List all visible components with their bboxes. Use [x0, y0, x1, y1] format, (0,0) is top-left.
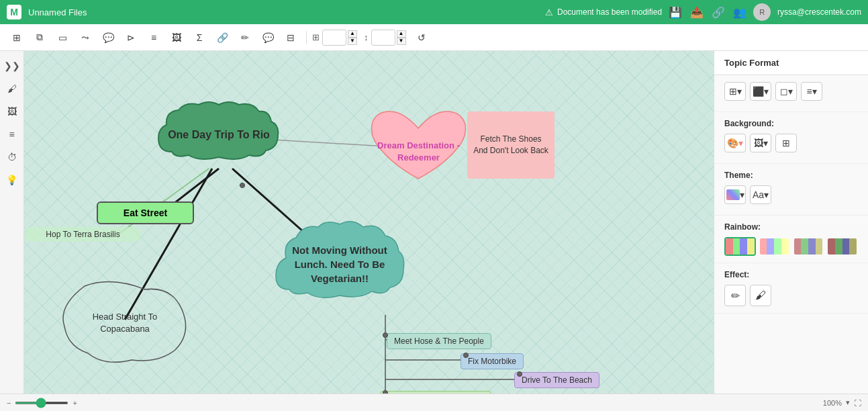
head-straight-text: Head Straight To Copacabana [58, 291, 192, 355]
dot-fix [463, 353, 469, 358]
modified-icon: ⚠ [545, 7, 553, 17]
toolbar-btn-image[interactable]: 🖼 [166, 28, 187, 48]
top-bar-icons: 💾 📤 🔗 👥 [669, 6, 746, 19]
clock-btn[interactable]: ⏱ [3, 148, 21, 167]
eat-street-node[interactable]: Eat Street [97, 201, 194, 224]
meet-hose-node[interactable]: Meet Hose & The People [387, 333, 491, 349]
rainbow-option-4[interactable] [826, 237, 858, 256]
paint-btn[interactable]: 🖌 [3, 79, 21, 98]
fix-motorbike-node[interactable]: Fix Motorbike [461, 353, 524, 369]
width-up[interactable]: ▲ [348, 30, 357, 38]
refresh-button[interactable]: ↺ [412, 28, 432, 48]
font-btn[interactable]: Aa▾ [750, 185, 771, 204]
toolbar-btn-comment[interactable]: 💬 [258, 28, 278, 48]
zoom-percent: 100% [823, 399, 842, 407]
sidebar-title: Topic Format [714, 51, 868, 75]
image-fill-btn[interactable]: 🖼▾ [750, 134, 771, 152]
fill-color-btn[interactable]: 🎨▾ [724, 134, 746, 152]
top-bar: M Unnamed Files ⚠ Document has been modi… [0, 0, 868, 24]
avatar: R [753, 3, 771, 21]
app-logo: M [7, 5, 21, 19]
brush-effect-btn[interactable]: 🖌 [750, 285, 771, 306]
sticky-pink-node[interactable]: Fetch The Shoes And Don't Look Back [467, 111, 554, 179]
toolbar-separator-1 [306, 31, 307, 44]
modified-text: Document has been modified [557, 7, 662, 17]
rainbow-label: Rainbow: [724, 222, 858, 232]
height-down[interactable]: ▼ [397, 38, 406, 45]
height-group: 30 ▲ ▼ [371, 30, 406, 46]
sticky-pink-text: Fetch The Shoes And Don't Look Back [473, 134, 549, 156]
background-label: Background: [724, 119, 858, 128]
toolbar-btn-rect[interactable]: ▭ [52, 28, 73, 48]
dot-pickles [383, 390, 388, 394]
height-up[interactable]: ▲ [397, 30, 406, 38]
width-down[interactable]: ▼ [348, 38, 357, 45]
toolbar-btn-copy[interactable]: ⧉ [30, 28, 50, 48]
meet-hose-text: Meet Hose & The People [394, 336, 484, 346]
layout-btn-4[interactable]: ≡▾ [801, 82, 822, 101]
zoom-dropdown-btn[interactable]: ▾ [846, 398, 850, 407]
user-email: ryssa@crescentek.com [777, 7, 861, 17]
eat-street-text: Eat Street [124, 208, 167, 218]
rainbow-option-1[interactable] [724, 237, 756, 256]
put-pickles-node[interactable]: Put Out Pickles In The Sun [380, 391, 491, 394]
background-row: 🎨▾ 🖼▾ ⊞ [724, 134, 858, 152]
toolbar-btn-lines[interactable]: ≡ [144, 28, 164, 48]
drive-beach-text: Drive To The Beach [522, 375, 592, 385]
layout-btn-1[interactable]: ⊞▾ [724, 82, 746, 101]
fullscreen-btn[interactable]: ⛶ [854, 399, 861, 407]
zoom-slider[interactable] [15, 402, 68, 404]
image-tool-btn[interactable]: 🖼 [3, 102, 21, 121]
left-strip: ❯❯ 🖌 🖼 ≡ ⏱ 💡 [0, 51, 24, 394]
rainbow-option-2[interactable] [759, 237, 790, 256]
toolbar-btn-bubble[interactable]: 💬 [98, 28, 118, 48]
width-stepper: ▲ ▼ [348, 30, 357, 45]
app-title: Unnamed Files [28, 7, 538, 17]
dot-drive [517, 371, 522, 377]
share-icon[interactable]: 🔗 [712, 6, 725, 19]
canvas-area[interactable]: One Day Trip To Rio Eat Street Hop To Te… [24, 51, 714, 394]
dot-meet [383, 332, 388, 338]
layout-btn-3[interactable]: ◻▾ [775, 82, 797, 101]
fix-motorbike-text: Fix Motorbike [468, 357, 516, 366]
zoom-right: 100% ▾ ⛶ [823, 398, 861, 407]
plus-btn[interactable]: + [73, 399, 77, 407]
teal-cloud-node[interactable]: Not Moving Without Lunch. Need To Be Veg… [273, 212, 407, 316]
rainbow-section: Rainbow: [714, 216, 868, 263]
minus-btn[interactable]: − [7, 399, 11, 407]
toolbar-btn-chevron[interactable]: ⊳ [121, 28, 141, 48]
hop-terra-text: Hop To Terra Brasilis [46, 230, 119, 239]
toolbar-node-icon: ⊞ [312, 32, 320, 42]
heart-node[interactable]: Dream Destination - Redeemer [367, 105, 471, 192]
drive-beach-node[interactable]: Drive To The Beach [514, 372, 599, 388]
effect-section: Effect: ✏ 🖌 [714, 263, 868, 314]
toolbar-btn-sigma[interactable]: Σ [189, 28, 209, 48]
toolbar-btn-grid[interactable]: ⊞ [7, 28, 27, 48]
hop-terra-node[interactable]: Hop To Terra Brasilis [24, 227, 142, 242]
main-cloud-node[interactable]: One Day Trip To Rio [152, 98, 286, 172]
list-btn[interactable]: ≡ [3, 125, 21, 144]
height-input[interactable]: 30 [371, 30, 395, 46]
collapse-btn[interactable]: ❯❯ [3, 56, 21, 75]
toolbar-btn-pen[interactable]: ✏ [235, 28, 255, 48]
width-input[interactable]: 30 [322, 30, 346, 46]
toolbar-btn-table[interactable]: ⊟ [281, 28, 301, 48]
teal-cloud-text: Not Moving Without Lunch. Need To Be Veg… [273, 236, 407, 292]
format-icons-row: ⊞▾ ⬛▾ ◻▾ ≡▾ [724, 82, 858, 101]
dot-center [240, 183, 245, 188]
save-icon[interactable]: 💾 [669, 6, 682, 19]
export-icon[interactable]: 📤 [690, 6, 704, 19]
width-group: 30 ▲ ▼ [322, 30, 357, 46]
bottom-bar: − + 100% ▾ ⛶ [0, 394, 868, 411]
head-straight-node[interactable]: Head Straight To Copacabana [58, 279, 192, 367]
pattern-fill-btn[interactable]: ⊞ [775, 134, 797, 152]
users-icon[interactable]: 👥 [733, 6, 746, 19]
layout-btn-2[interactable]: ⬛▾ [750, 82, 771, 101]
toolbar-btn-link[interactable]: 🔗 [212, 28, 232, 48]
rainbow-grid [724, 237, 858, 256]
rainbow-option-3[interactable] [793, 237, 824, 256]
theme-color-btn[interactable]: ▾ [724, 185, 746, 204]
bulb-btn[interactable]: 💡 [3, 171, 21, 189]
pencil-effect-btn[interactable]: ✏ [724, 285, 746, 306]
toolbar-btn-arrow[interactable]: ⤳ [75, 28, 95, 48]
